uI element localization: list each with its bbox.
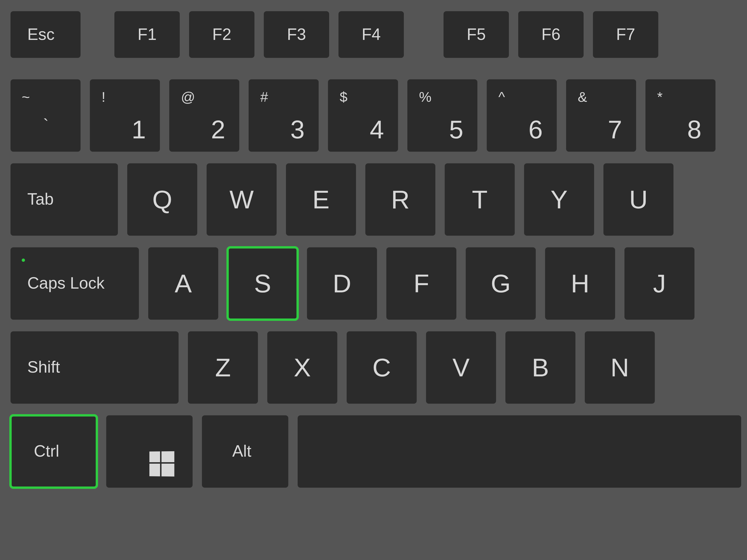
key-t[interactable]: T [445, 163, 515, 236]
key-n[interactable]: N [585, 331, 655, 404]
key-2-upper: @ [181, 90, 195, 104]
key-tilde-upper: ~ [22, 90, 30, 104]
key-tab[interactable]: Tab [10, 163, 118, 236]
key-q-label: Q [152, 187, 172, 212]
key-2-lower: 2 [211, 117, 225, 142]
key-b-label: B [532, 355, 549, 380]
key-win[interactable] [106, 415, 192, 488]
caps-lock-led-icon [22, 259, 25, 262]
key-5[interactable]: % 5 [407, 79, 478, 152]
key-f7[interactable]: F7 [593, 11, 658, 58]
key-a[interactable]: A [148, 247, 218, 320]
key-5-lower: 5 [449, 117, 463, 142]
key-8[interactable]: * 8 [645, 79, 716, 152]
key-8-lower: 8 [687, 117, 701, 142]
key-7-upper: & [578, 90, 587, 104]
key-f3-label: F3 [287, 26, 306, 43]
key-f2[interactable]: F2 [189, 11, 254, 58]
key-caps-label: Caps Lock [27, 275, 105, 291]
key-4-lower: 4 [370, 117, 384, 142]
key-r-label: R [391, 187, 409, 212]
key-6-upper: ^ [498, 90, 505, 104]
key-caps-lock[interactable]: Caps Lock [10, 247, 139, 320]
key-5-upper: % [419, 90, 431, 104]
key-tilde[interactable]: ~ ` [10, 79, 80, 152]
key-z[interactable]: Z [188, 331, 258, 404]
keyboard: Esc F1 F2 F3 F4 F5 F6 F7 ~ ` ! 1 @ 2 # 3… [0, 0, 747, 560]
key-esc[interactable]: Esc [10, 11, 80, 58]
key-e[interactable]: E [286, 163, 356, 236]
key-tab-label: Tab [27, 191, 54, 207]
key-space[interactable] [298, 415, 741, 488]
key-3-lower: 3 [290, 117, 305, 142]
key-7[interactable]: & 7 [566, 79, 636, 152]
key-x-label: X [294, 355, 311, 380]
key-y-label: Y [550, 187, 567, 212]
key-w-label: W [229, 187, 254, 212]
key-3[interactable]: # 3 [249, 79, 319, 152]
key-f4-label: F4 [362, 26, 381, 43]
key-c-label: C [372, 355, 391, 380]
key-j-label: J [653, 271, 666, 296]
key-4-upper: $ [340, 90, 347, 104]
key-h[interactable]: H [545, 247, 615, 320]
key-7-lower: 7 [608, 117, 622, 142]
key-6[interactable]: ^ 6 [487, 79, 557, 152]
key-f7-label: F7 [616, 26, 635, 43]
key-f1-label: F1 [137, 26, 157, 43]
key-g[interactable]: G [466, 247, 536, 320]
key-tilde-lower: ` [43, 117, 49, 133]
key-s[interactable]: S [228, 247, 298, 320]
key-a-label: A [175, 271, 192, 296]
key-1-upper: ! [102, 90, 105, 104]
key-f-label: F [413, 271, 429, 296]
key-d-label: D [333, 271, 351, 296]
key-f5-label: F5 [467, 26, 486, 43]
key-3-upper: # [260, 90, 268, 104]
key-f6[interactable]: F6 [518, 11, 584, 58]
key-e-label: E [312, 187, 329, 212]
key-alt-label: Alt [232, 443, 251, 459]
key-esc-label: Esc [27, 26, 55, 43]
key-g-label: G [491, 271, 511, 296]
key-1-lower: 1 [132, 117, 146, 142]
key-w[interactable]: W [207, 163, 277, 236]
key-v[interactable]: V [426, 331, 496, 404]
key-ctrl[interactable]: Ctrl [10, 415, 97, 488]
key-ctrl-label: Ctrl [34, 443, 59, 459]
key-d[interactable]: D [307, 247, 377, 320]
key-b[interactable]: B [506, 331, 575, 404]
key-n-label: N [611, 355, 629, 380]
key-4[interactable]: $ 4 [328, 79, 398, 152]
key-f5[interactable]: F5 [443, 11, 509, 58]
key-c[interactable]: C [347, 331, 417, 404]
key-j[interactable]: J [624, 247, 694, 320]
key-z-label: Z [215, 355, 231, 380]
key-6-lower: 6 [529, 117, 543, 142]
key-u[interactable]: U [603, 163, 673, 236]
key-f1[interactable]: F1 [114, 11, 180, 58]
key-r[interactable]: R [365, 163, 435, 236]
key-t-label: T [472, 187, 487, 212]
key-shift-label: Shift [27, 359, 60, 375]
key-2[interactable]: @ 2 [169, 79, 239, 152]
key-f[interactable]: F [386, 247, 456, 320]
key-f4[interactable]: F4 [338, 11, 404, 58]
key-f2-label: F2 [212, 26, 231, 43]
key-s-label: S [254, 271, 271, 296]
key-q[interactable]: Q [127, 163, 197, 236]
key-1[interactable]: ! 1 [90, 79, 160, 152]
key-shift[interactable]: Shift [10, 331, 179, 404]
key-x[interactable]: X [267, 331, 337, 404]
key-v-label: V [453, 355, 469, 380]
key-u-label: U [629, 187, 648, 212]
key-f3[interactable]: F3 [264, 11, 329, 58]
key-f6-label: F6 [541, 26, 561, 43]
key-8-upper: * [657, 90, 663, 104]
key-alt[interactable]: Alt [202, 415, 288, 488]
key-y[interactable]: Y [524, 163, 594, 236]
windows-logo-icon [149, 451, 174, 476]
key-h-label: H [571, 271, 589, 296]
